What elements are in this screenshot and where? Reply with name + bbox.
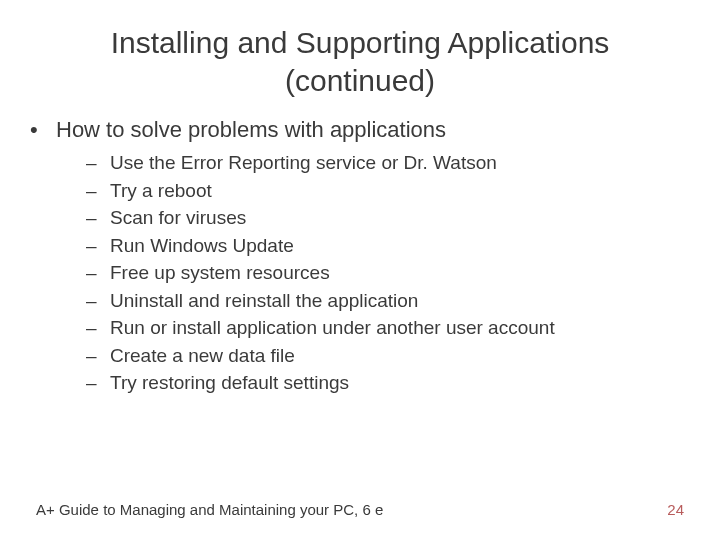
list-item: – Try a reboot [86,177,690,205]
slide: Installing and Supporting Applications (… [0,0,720,540]
list-item: – Create a new data file [86,342,690,370]
list-item: – Uninstall and reinstall the applicatio… [86,287,690,315]
title-line-2: (continued) [285,64,435,97]
title-line-1: Installing and Supporting Applications [111,26,610,59]
list-item-text: Run Windows Update [110,232,294,260]
dash-icon: – [86,149,110,177]
list-item-text: Uninstall and reinstall the application [110,287,418,315]
dash-icon: – [86,287,110,315]
list-item: – Run Windows Update [86,232,690,260]
list-item-text: Scan for viruses [110,204,246,232]
slide-body: • How to solve problems with application… [0,99,720,397]
dash-icon: – [86,204,110,232]
sub-list: – Use the Error Reporting service or Dr.… [30,149,690,397]
list-item-text: Use the Error Reporting service or Dr. W… [110,149,497,177]
bullet-heading: How to solve problems with applications [56,117,446,143]
page-number: 24 [667,501,684,518]
list-item: – Use the Error Reporting service or Dr.… [86,149,690,177]
dash-icon: – [86,369,110,397]
list-item: – Scan for viruses [86,204,690,232]
dash-icon: – [86,342,110,370]
dash-icon: – [86,259,110,287]
list-item-text: Create a new data file [110,342,295,370]
footer-text: A+ Guide to Managing and Maintaining you… [36,501,383,518]
list-item-text: Run or install application under another… [110,314,555,342]
bullet-dot-icon: • [30,117,56,143]
list-item: – Run or install application under anoth… [86,314,690,342]
list-item: – Try restoring default settings [86,369,690,397]
slide-title: Installing and Supporting Applications (… [0,0,720,99]
list-item-text: Try restoring default settings [110,369,349,397]
dash-icon: – [86,314,110,342]
list-item-text: Try a reboot [110,177,212,205]
bullet-level1: • How to solve problems with application… [30,117,690,143]
list-item: – Free up system resources [86,259,690,287]
dash-icon: – [86,177,110,205]
list-item-text: Free up system resources [110,259,330,287]
dash-icon: – [86,232,110,260]
slide-footer: A+ Guide to Managing and Maintaining you… [0,501,720,518]
